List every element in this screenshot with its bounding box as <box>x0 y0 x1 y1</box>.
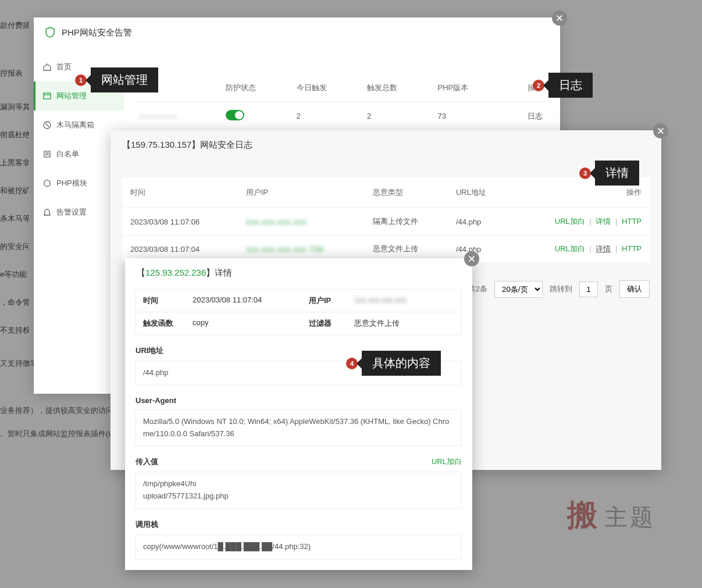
total-count: 2 <box>361 102 432 131</box>
cell-type: 隔离上传文件 <box>365 208 448 236</box>
kv-filter-v: 恶意文件上传 <box>347 312 461 334</box>
callout-label: 日志 <box>548 73 593 98</box>
detail-link[interactable]: 详情 <box>596 217 611 226</box>
kv-time-v: 2023/03/08 11:07:04 <box>186 290 302 312</box>
callout-label: 具体的内容 <box>362 351 441 376</box>
log-table: 时间 用户IP 恶意类型 URL地址 操作 2023/03/08 11:07:0… <box>122 177 650 263</box>
col-today: 今日触发 <box>291 74 362 102</box>
modal3-header: 【125.93.252.236】详情 <box>125 258 472 279</box>
col-time: 时间 <box>122 177 238 208</box>
callout-badge: 3 <box>579 168 591 179</box>
http-link[interactable]: HTTP <box>622 244 642 253</box>
input-whitelist-link[interactable]: URL加白 <box>432 457 462 467</box>
quarantine-icon <box>42 120 52 130</box>
detail-title-suffix: 详情 <box>215 268 232 277</box>
col-total: 触发总数 <box>361 74 432 102</box>
url-whitelist-link[interactable]: URL加白 <box>555 244 585 253</box>
svg-rect-2 <box>44 151 50 157</box>
bell-icon <box>42 208 52 217</box>
callout-badge: 4 <box>346 358 358 369</box>
log-row: 2023/03/08 11:07:06 1xx.xxx.xxx.xxx 隔离上传… <box>122 208 650 236</box>
svg-rect-0 <box>44 93 51 99</box>
col-php: PHP版本 <box>432 74 504 102</box>
detail-ip: 125.93.252.236 <box>145 268 206 277</box>
site-table-wrap: 防护状态 今日触发 触发总数 PHP版本 操作 xxxxxxxxx 2 2 73… <box>133 74 548 131</box>
ua-label: User-Agent <box>136 396 462 405</box>
kv-ip-k: 用户IP <box>302 290 347 312</box>
callout-1: 1 网站管理 <box>75 67 158 92</box>
modal2-title: 【159.75.130.157】网站安全日志 <box>122 140 252 149</box>
col-url: URL地址 <box>448 177 511 208</box>
shield-icon <box>43 26 57 40</box>
cell-ip-redacted: 1xx.xxx.xxx.xxx <box>246 218 307 226</box>
site-table: 防护状态 今日触发 触发总数 PHP版本 操作 xxxxxxxxx 2 2 73… <box>133 74 548 131</box>
kv-fn-v: copy <box>186 312 302 334</box>
cell-time: 2023/03/08 11:07:06 <box>122 208 238 236</box>
callout-label: 网站管理 <box>91 67 158 92</box>
cell-url: /44.php <box>448 208 511 236</box>
callout-badge: 1 <box>75 74 87 86</box>
today-count: 2 <box>291 102 362 131</box>
site-manage-icon <box>42 91 52 101</box>
php-module-icon <box>42 179 52 188</box>
kv-filter-k: 过滤器 <box>302 312 347 334</box>
log-link[interactable]: 日志 <box>528 112 543 120</box>
col-ip: 用户IP <box>238 177 365 208</box>
callout-label: 详情 <box>595 161 639 186</box>
confirm-button[interactable]: 确认 <box>619 280 650 298</box>
close-icon[interactable] <box>653 123 668 138</box>
detail-kv-grid: 时间 2023/03/08 11:07:04 用户IP 1xx.xxx.xxx.… <box>136 289 462 335</box>
detail-modal: 【125.93.252.236】详情 时间 2023/03/08 11:07:0… <box>125 258 472 570</box>
modal1-header: PHP网站安全告警 <box>34 17 560 48</box>
kv-time-k: 时间 <box>136 290 186 312</box>
detail-link[interactable]: 详情 <box>596 244 611 253</box>
jump-page-input[interactable] <box>579 281 598 297</box>
per-page-select[interactable]: 20条/页 <box>494 281 543 298</box>
site-name-redacted: xxxxxxxxx <box>138 112 178 120</box>
callout-2: 2 日志 <box>533 73 593 98</box>
input-label: 传入值 <box>136 457 158 467</box>
kv-fn-k: 触发函数 <box>136 312 186 334</box>
stack-label: 调用栈 <box>136 519 462 530</box>
input-value: /tmp/phpke4Uhi upload/75771321.jpg.php <box>136 472 462 509</box>
modal2-header: 【159.75.130.157】网站安全日志 <box>111 130 661 151</box>
col-status: 防护状态 <box>220 74 291 102</box>
page-suffix: 页 <box>605 284 612 294</box>
site-row: xxxxxxxxx 2 2 73 日志 <box>133 102 548 131</box>
modal1-title: PHP网站安全告警 <box>62 27 132 38</box>
php-version: 73 <box>432 102 504 131</box>
stack-value: copy(/www/wwwroot/1█.███.███.██/44.php:3… <box>136 534 462 560</box>
http-link[interactable]: HTTP <box>622 217 642 226</box>
protection-toggle[interactable] <box>226 110 244 120</box>
kv-ip-v-redacted: 1xx.xxx.xxx.xxx <box>354 295 407 304</box>
close-icon[interactable] <box>552 10 567 26</box>
callout-4: 4 具体的内容 <box>346 351 441 376</box>
callout-3: 3 详情 <box>579 161 639 186</box>
whitelist-icon <box>42 149 52 159</box>
col-type: 恶意类型 <box>365 177 448 208</box>
cell-ip-redacted: 1xx.xxx.xxx.xxx 726 <box>246 245 324 254</box>
close-icon[interactable] <box>464 251 479 266</box>
url-whitelist-link[interactable]: URL加白 <box>555 217 585 226</box>
callout-badge: 2 <box>533 80 544 91</box>
ua-value: Mozilla/5.0 (Windows NT 10.0; Win64; x64… <box>136 409 462 447</box>
jump-label: 跳转到 <box>550 284 572 294</box>
home-icon <box>42 62 52 72</box>
